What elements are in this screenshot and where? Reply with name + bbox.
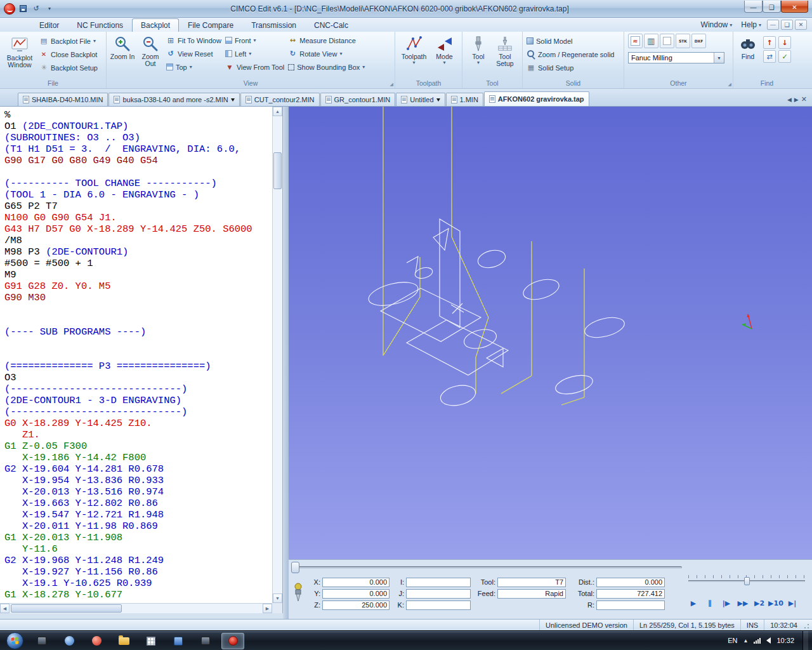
window-menu[interactable]: Window▾ [697, 19, 737, 30]
menu-tab-transmission[interactable]: Transmission [242, 18, 305, 32]
find-button[interactable]: Find [735, 34, 761, 62]
code-line[interactable]: (-----------------------------) [4, 406, 272, 418]
new-window-button[interactable] [660, 34, 674, 48]
code-line[interactable]: X-19.663 Y-12.802 R0.86 [4, 498, 272, 509]
code-line[interactable]: G2 X-19.604 Y-14.281 R0.678 [4, 463, 272, 475]
ribbon-item-fit-to-window[interactable]: Fit To Window [164, 34, 223, 47]
code-line[interactable]: (T1 H1 D51 = 3. / ENGRAVING, DIA: 6.0, [4, 143, 272, 155]
menu-tab-editor[interactable]: Editor [30, 18, 68, 32]
dxf-button[interactable] [691, 34, 706, 48]
tab-scroll-right-icon[interactable]: ▶ [794, 96, 799, 103]
minimize-button[interactable]: — [744, 1, 763, 13]
taskbar-system-window-button[interactable] [30, 633, 53, 649]
code-line[interactable]: X-19.186 Y-14.42 F800 [4, 452, 272, 463]
help-menu[interactable]: Help▾ [737, 19, 765, 30]
taskbar-player-button[interactable] [194, 633, 217, 649]
x-field[interactable]: 0.000 [322, 578, 390, 587]
replace-button[interactable] [763, 50, 776, 63]
r-field[interactable] [596, 600, 665, 610]
skip-2-button[interactable]: ▶2 [752, 595, 767, 611]
dist-field[interactable]: 0.000 [596, 578, 665, 587]
ribbon-item-view-from-tool[interactable]: View From Tool [223, 60, 286, 74]
simulation-progress-track[interactable] [294, 566, 682, 569]
ribbon-item-left[interactable]: Left▾ [223, 47, 286, 60]
menu-tab-nc-functions[interactable]: NC Functions [68, 18, 132, 32]
ribbon-item-view-reset[interactable]: View Reset [164, 47, 223, 60]
code-line[interactable]: G2 X-19.968 Y-11.248 R1.249 [4, 555, 272, 566]
find-next-button[interactable] [778, 36, 791, 49]
vertical-scrollbar[interactable]: ▲ ▼ [272, 107, 282, 603]
show-hidden-icons[interactable]: ▲ [743, 638, 749, 644]
tab-scroll-left-icon[interactable]: ◀ [787, 96, 792, 103]
taskbar-cimco-edit-button[interactable] [221, 633, 244, 649]
code-line[interactable]: M9 [4, 269, 272, 281]
file-tab-cut-contour2-min[interactable]: CUT_contour2.MIN [240, 93, 320, 106]
ribbon-item-rotate-view[interactable]: Rotate View▾ [286, 47, 367, 60]
code-line[interactable]: % [4, 109, 272, 121]
volume-icon[interactable] [766, 637, 771, 644]
code-line[interactable]: G1 Z-0.05 F300 [4, 441, 272, 452]
ribbon-item-backplot-file[interactable]: Backplot File▾ [37, 34, 100, 48]
mode-button[interactable]: Mode ▾ [430, 34, 459, 66]
total-field[interactable]: 727.412 [596, 589, 665, 599]
taskbar-blue-app-button[interactable] [167, 633, 190, 649]
show-desktop-button[interactable] [802, 631, 808, 650]
language-indicator[interactable]: EN [728, 637, 737, 644]
code-line[interactable] [4, 338, 272, 349]
taskbar-calculator-button[interactable] [140, 633, 162, 649]
code-line[interactable]: G65 P2 T7 [4, 201, 272, 212]
code-line[interactable]: (============== P3 ===============) [4, 361, 272, 372]
layout-button[interactable] [644, 34, 658, 48]
vertical-scroll-thumb[interactable] [273, 152, 282, 189]
document-close-button[interactable]: ✕ [795, 20, 807, 30]
code-line[interactable] [4, 303, 272, 315]
code-line[interactable]: (2DE-CONTOUR1 - 3-D ENGRAVING) [4, 395, 272, 406]
code-line[interactable]: G1 X-20.013 Y-11.908 [4, 532, 272, 543]
file-tab-buksa-d38-l40-and-more-s2-min[interactable]: buksa-D38-L40 and more -s2.MIN [108, 93, 239, 106]
code-line[interactable]: Y-11.6 [4, 543, 272, 555]
ribbon-item-show-bounding-box[interactable]: Show Bounding Box▾ [286, 60, 367, 74]
code-line[interactable]: X-19.954 Y-13.836 R0.933 [4, 475, 272, 486]
file-tab-gr-contour1-min[interactable]: GR_contour1.MIN [320, 93, 396, 106]
file-tab-afkon602-gravirovka-tap[interactable]: AFKON602 gravirovka.tap [484, 91, 589, 106]
code-line[interactable]: (-----------------------------) [4, 383, 272, 395]
scroll-up-icon[interactable]: ▲ [273, 107, 282, 116]
code-line[interactable]: (---- SUB PROGRAMS ----) [4, 326, 272, 338]
toolpath-canvas[interactable] [289, 107, 812, 559]
speed-slider-handle[interactable] [744, 577, 750, 585]
feed-field[interactable]: Rapid [497, 589, 566, 599]
taskbar-clock[interactable]: 10:32 [776, 637, 794, 644]
network-icon[interactable] [754, 637, 761, 644]
file-tab-shaiba-d40-m10-min[interactable]: SHAIBA-D40-M10.MIN [18, 93, 108, 106]
code-line[interactable] [4, 349, 272, 361]
simulation-progress-slider[interactable] [291, 562, 299, 573]
maximize-button[interactable]: ❑ [763, 1, 781, 13]
simulation-speed-slider[interactable] [688, 575, 805, 585]
zoom-in-button[interactable]: Zoom In [108, 34, 136, 62]
code-line[interactable]: G90 G17 G0 G80 G49 G40 G54 [4, 155, 272, 166]
graph-button[interactable] [628, 34, 643, 48]
file-tab-1-min[interactable]: 1.MIN [446, 93, 483, 106]
tool-setup-button[interactable]: Tool Setup [491, 34, 519, 69]
zoom-out-button[interactable]: Zoom Out [136, 34, 164, 69]
code-line[interactable]: X-20.013 Y-13.516 R0.974 [4, 486, 272, 498]
code-line[interactable]: (---------- TOOL CHANGE -----------) [4, 178, 272, 189]
ribbon-item-close-backplot[interactable]: Close Backplot [37, 48, 100, 61]
stock-button[interactable] [676, 34, 690, 48]
k-field[interactable] [406, 600, 471, 610]
backplot-window-button[interactable]: Backplot Window [2, 34, 37, 70]
pane-splitter[interactable] [283, 107, 289, 619]
ribbon-item-backplot-setup[interactable]: Backplot Setup [37, 61, 100, 74]
window-titlebar[interactable]: ↺ ▾ CIMCO Edit v6.1 - [D:\NC_Files\Model… [0, 0, 812, 18]
ribbon-item-solid-setup[interactable]: Solid Setup [525, 61, 616, 74]
code-line[interactable]: O3 [4, 372, 272, 383]
taskbar-file-explorer-button[interactable] [112, 633, 135, 649]
code-line[interactable]: (TOOL 1 - DIA 6.0 - ENGRAVING - ) [4, 189, 272, 201]
tool-field[interactable]: T7 [497, 578, 566, 587]
y-field[interactable]: 0.000 [322, 589, 390, 599]
skip-to-end-button[interactable]: ▶| [785, 595, 800, 611]
menu-tab-cnc-calc[interactable]: CNC-Calc [305, 18, 357, 32]
code-line[interactable]: X-20.011 Y-11.98 R0.869 [4, 521, 272, 532]
code-line[interactable]: G90 M30 [4, 292, 272, 303]
taskbar-media-player-button[interactable] [58, 633, 81, 649]
